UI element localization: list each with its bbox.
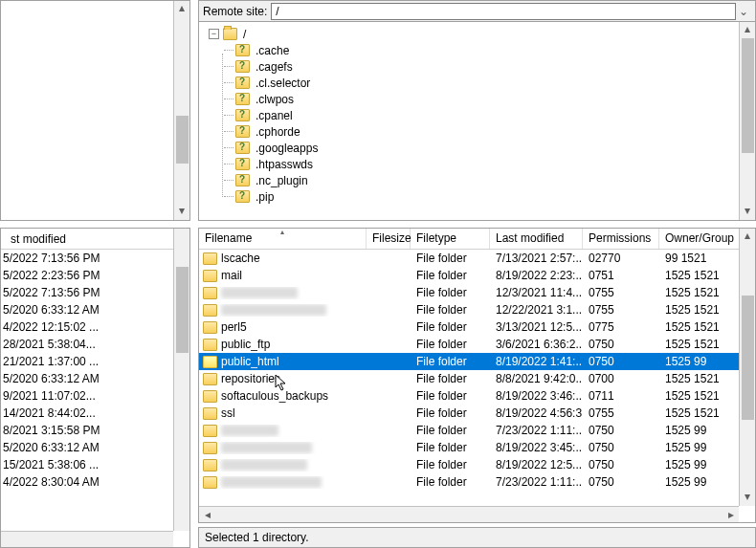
- file-name-redacted: [221, 304, 326, 316]
- collapse-icon[interactable]: −: [209, 29, 219, 39]
- tree-item[interactable]: .cagefs: [209, 58, 755, 75]
- tree-item[interactable]: .cphorde: [209, 123, 755, 140]
- list-item[interactable]: 14/2021 8:44:02...: [1, 405, 189, 422]
- table-row[interactable]: File folder12/22/2021 3:1...07551525 152…: [199, 301, 755, 318]
- list-item[interactable]: 8/2021 3:15:58 PM: [1, 422, 189, 439]
- list-item[interactable]: 5/2020 6:33:12 AM: [1, 439, 189, 456]
- folder-icon: [203, 442, 217, 454]
- scroll-thumb[interactable]: [176, 116, 189, 164]
- table-row[interactable]: File folder8/19/2022 3:45:...07501525 99: [199, 439, 755, 456]
- table-row[interactable]: softaculous_backupsFile folder8/19/2022 …: [199, 387, 755, 405]
- scroll-thumb[interactable]: [176, 267, 189, 353]
- folder-icon: [203, 304, 217, 317]
- scroll-up-icon[interactable]: ▴: [740, 22, 755, 38]
- tree-item-label: .cagefs: [254, 60, 295, 74]
- column-last-modified[interactable]: st modified: [5, 232, 72, 246]
- file-modified: 12/3/2021 11:4...: [490, 286, 583, 299]
- column-last-modified[interactable]: Last modified: [490, 229, 583, 249]
- remote-path-input[interactable]: /: [271, 3, 736, 20]
- file-modified: 3/13/2021 12:5...: [490, 320, 583, 334]
- file-modified: 8/19/2022 4:56:3...: [490, 406, 583, 420]
- table-row[interactable]: lscacheFile folder7/13/2021 2:57:...0277…: [199, 250, 755, 267]
- tree-root[interactable]: − /: [209, 26, 755, 42]
- file-name: lscache: [221, 252, 260, 265]
- scrollbar-vertical[interactable]: ▴ ▾: [739, 22, 755, 220]
- table-row[interactable]: sslFile folder8/19/2022 4:56:3...0755152…: [199, 405, 755, 422]
- table-row[interactable]: repositoriesFile folder8/8/2021 9:42:0..…: [199, 370, 755, 387]
- tree-item-label: .cache: [254, 44, 291, 57]
- folder-icon: [203, 407, 217, 420]
- tree-item[interactable]: .nc_plugin: [209, 172, 755, 188]
- file-type: File folder: [411, 338, 490, 351]
- list-item[interactable]: 5/2022 7:13:56 PM: [1, 284, 189, 301]
- scroll-down-icon[interactable]: ▾: [174, 204, 189, 220]
- tree-item[interactable]: .cache: [209, 42, 755, 58]
- file-modified: 8/19/2022 3:46:...: [490, 389, 583, 403]
- remote-site-label: Remote site:: [203, 5, 271, 18]
- remote-tree[interactable]: − / .cache.cagefs.cl.selector.clwpos.cpa…: [199, 22, 755, 208]
- list-item[interactable]: 5/2020 6:33:12 AM: [1, 301, 189, 318]
- file-type: File folder: [411, 406, 490, 420]
- list-item[interactable]: 21/2021 1:37:00 ...: [1, 353, 189, 370]
- local-list-header[interactable]: st modified: [1, 229, 189, 250]
- file-type: File folder: [411, 355, 490, 368]
- file-type: File folder: [411, 424, 490, 437]
- file-permissions: 0755: [583, 303, 659, 317]
- scroll-up-icon[interactable]: ▴: [174, 1, 189, 17]
- scroll-up-icon[interactable]: ▴: [740, 229, 755, 245]
- file-type: File folder: [411, 286, 490, 299]
- tree-item[interactable]: .pip: [209, 188, 755, 205]
- column-filetype[interactable]: Filetype: [411, 229, 490, 249]
- file-modified: 8/19/2022 12:5...: [490, 458, 583, 471]
- scroll-left-icon[interactable]: ◂: [199, 508, 215, 521]
- scroll-thumb[interactable]: [742, 38, 754, 153]
- scroll-right-icon[interactable]: ▸: [723, 508, 739, 521]
- sort-asc-icon: ▴: [280, 228, 284, 236]
- file-permissions: 0750: [583, 475, 659, 489]
- scroll-down-icon[interactable]: ▾: [740, 204, 755, 220]
- scroll-thumb[interactable]: [742, 296, 754, 420]
- file-type: File folder: [411, 303, 490, 317]
- file-type: File folder: [411, 269, 490, 282]
- path-dropdown-icon[interactable]: ⌄: [736, 5, 751, 18]
- file-owner: 99 1521: [659, 252, 740, 265]
- column-owner[interactable]: Owner/Group: [659, 229, 740, 249]
- table-row[interactable]: perl5File folder3/13/2021 12:5...0775152…: [199, 318, 755, 336]
- scrollbar-vertical[interactable]: ▴ ▾: [739, 229, 755, 506]
- table-row[interactable]: public_htmlFile folder8/19/2022 1:41:...…: [199, 353, 755, 370]
- column-filename[interactable]: ▴ Filename: [199, 229, 367, 249]
- list-item[interactable]: 5/2020 6:33:12 AM: [1, 370, 189, 387]
- list-item[interactable]: 28/2021 5:38:04...: [1, 336, 189, 353]
- list-item[interactable]: 4/2022 8:30:04 AM: [1, 473, 189, 491]
- column-permissions[interactable]: Permissions: [583, 229, 659, 249]
- scrollbar-horizontal[interactable]: ◂ ▸: [199, 506, 739, 522]
- tree-item[interactable]: .htpasswds: [209, 156, 755, 172]
- tree-item[interactable]: .googleapps: [209, 140, 755, 156]
- list-item[interactable]: 9/2021 11:07:02...: [1, 387, 189, 405]
- file-modified: 8/8/2021 9:42:0...: [490, 372, 583, 385]
- tree-item[interactable]: .cl.selector: [209, 75, 755, 91]
- list-item[interactable]: 4/2022 12:15:02 ...: [1, 318, 189, 336]
- table-row[interactable]: File folder7/23/2022 1:11:...07501525 99: [199, 473, 755, 491]
- list-item[interactable]: 15/2021 5:38:06 ...: [1, 456, 189, 473]
- list-item[interactable]: 5/2022 7:13:56 PM: [1, 250, 189, 267]
- column-filesize[interactable]: Filesize: [367, 229, 411, 249]
- scrollbar-vertical[interactable]: ▴ ▾: [173, 1, 189, 220]
- table-row[interactable]: File folder12/3/2021 11:4...07551525 152…: [199, 284, 755, 301]
- scrollbar-vertical[interactable]: [173, 229, 189, 531]
- folder-unknown-icon: [235, 109, 250, 121]
- scroll-down-icon[interactable]: ▾: [740, 490, 755, 506]
- list-item[interactable]: 5/2022 2:23:56 PM: [1, 267, 189, 284]
- tree-item[interactable]: .clwpos: [209, 91, 755, 107]
- scrollbar-horizontal[interactable]: [1, 531, 173, 547]
- file-permissions: 0755: [583, 286, 659, 299]
- folder-icon: [203, 287, 217, 299]
- file-owner: 1525 1521: [659, 338, 740, 351]
- folder-icon: [203, 425, 217, 437]
- tree-item-label: .googleapps: [254, 142, 320, 155]
- table-row[interactable]: File folder7/23/2022 1:11:...07501525 99: [199, 422, 755, 439]
- tree-item[interactable]: .cpanel: [209, 107, 755, 123]
- table-row[interactable]: File folder8/19/2022 12:5...07501525 99: [199, 456, 755, 473]
- table-row[interactable]: public_ftpFile folder3/6/2021 6:36:2...0…: [199, 336, 755, 353]
- table-row[interactable]: mailFile folder8/19/2022 2:23:...0751152…: [199, 267, 755, 284]
